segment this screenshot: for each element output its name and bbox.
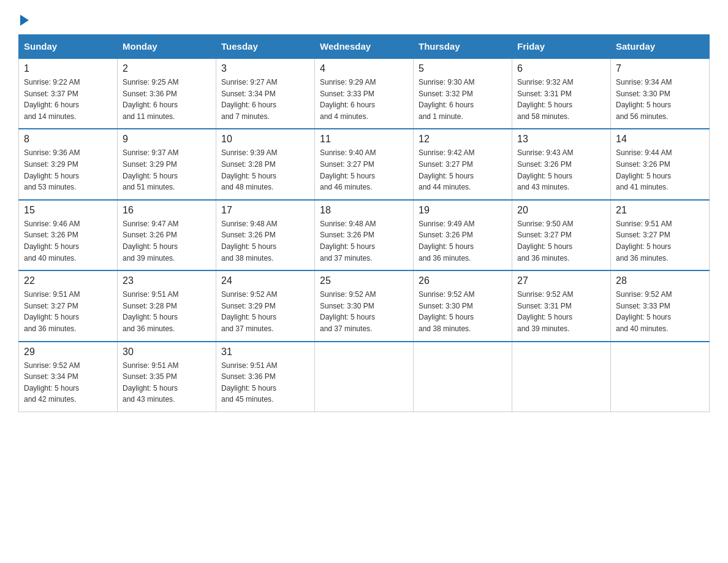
day-info: Sunrise: 9:52 AMSunset: 3:31 PMDaylight:… [517,289,605,334]
day-number: 27 [517,275,605,286]
day-info: Sunrise: 9:52 AMSunset: 3:34 PMDaylight:… [24,360,112,405]
day-cell: 20Sunrise: 9:50 AMSunset: 3:27 PMDayligh… [512,200,611,270]
day-number: 24 [221,275,309,286]
day-cell: 8Sunrise: 9:36 AMSunset: 3:29 PMDaylight… [19,129,118,199]
day-number: 10 [221,134,309,145]
day-info: Sunrise: 9:51 AMSunset: 3:35 PMDaylight:… [123,360,211,405]
day-number: 28 [616,275,704,286]
day-cell: 16Sunrise: 9:47 AMSunset: 3:26 PMDayligh… [118,200,216,270]
day-number: 17 [221,205,309,216]
day-number: 2 [123,63,211,74]
day-cell: 3Sunrise: 9:27 AMSunset: 3:34 PMDaylight… [216,58,315,129]
week-row-1: 1Sunrise: 9:22 AMSunset: 3:37 PMDaylight… [19,58,710,129]
day-info: Sunrise: 9:48 AMSunset: 3:26 PMDaylight:… [221,218,309,264]
day-info: Sunrise: 9:39 AMSunset: 3:28 PMDaylight:… [221,147,309,193]
day-info: Sunrise: 9:44 AMSunset: 3:26 PMDaylight:… [616,147,704,193]
day-number: 12 [419,134,507,145]
day-info: Sunrise: 9:27 AMSunset: 3:34 PMDaylight:… [221,77,309,122]
day-cell: 26Sunrise: 9:52 AMSunset: 3:30 PMDayligh… [414,270,512,341]
day-info: Sunrise: 9:52 AMSunset: 3:33 PMDaylight:… [616,289,704,334]
day-cell [512,342,611,412]
day-number: 4 [320,63,408,74]
day-cell: 7Sunrise: 9:34 AMSunset: 3:30 PMDaylight… [611,58,710,129]
day-info: Sunrise: 9:36 AMSunset: 3:29 PMDaylight:… [24,147,112,193]
day-number: 21 [616,205,704,216]
day-cell [611,342,710,412]
day-info: Sunrise: 9:51 AMSunset: 3:28 PMDaylight:… [123,289,211,334]
day-cell: 25Sunrise: 9:52 AMSunset: 3:30 PMDayligh… [315,270,414,341]
day-cell: 28Sunrise: 9:52 AMSunset: 3:33 PMDayligh… [611,270,710,341]
day-cell: 6Sunrise: 9:32 AMSunset: 3:31 PMDaylight… [512,58,611,129]
day-number: 7 [616,63,704,74]
day-number: 8 [24,134,112,145]
day-info: Sunrise: 9:34 AMSunset: 3:30 PMDaylight:… [616,77,704,122]
day-info: Sunrise: 9:30 AMSunset: 3:32 PMDaylight:… [419,77,507,122]
day-info: Sunrise: 9:51 AMSunset: 3:27 PMDaylight:… [24,289,112,334]
col-header-sunday: Sunday [19,35,118,59]
day-info: Sunrise: 9:51 AMSunset: 3:36 PMDaylight:… [221,360,309,405]
day-number: 11 [320,134,408,145]
day-number: 13 [517,134,605,145]
day-cell: 5Sunrise: 9:30 AMSunset: 3:32 PMDaylight… [414,58,512,129]
day-cell: 14Sunrise: 9:44 AMSunset: 3:26 PMDayligh… [611,129,710,199]
day-cell: 27Sunrise: 9:52 AMSunset: 3:31 PMDayligh… [512,270,611,341]
day-cell: 17Sunrise: 9:48 AMSunset: 3:26 PMDayligh… [216,200,315,270]
day-number: 26 [419,275,507,286]
day-cell: 31Sunrise: 9:51 AMSunset: 3:36 PMDayligh… [216,342,315,412]
day-cell [315,342,414,412]
day-number: 31 [221,347,309,358]
day-number: 20 [517,205,605,216]
day-info: Sunrise: 9:47 AMSunset: 3:26 PMDaylight:… [123,218,211,264]
day-cell: 30Sunrise: 9:51 AMSunset: 3:35 PMDayligh… [118,342,216,412]
day-number: 15 [24,205,112,216]
day-number: 9 [123,134,211,145]
day-cell: 9Sunrise: 9:37 AMSunset: 3:29 PMDaylight… [118,129,216,199]
day-cell: 10Sunrise: 9:39 AMSunset: 3:28 PMDayligh… [216,129,315,199]
day-cell: 4Sunrise: 9:29 AMSunset: 3:33 PMDaylight… [315,58,414,129]
col-header-friday: Friday [512,35,611,59]
col-header-monday: Monday [118,35,216,59]
week-row-2: 8Sunrise: 9:36 AMSunset: 3:29 PMDaylight… [19,129,710,199]
week-row-5: 29Sunrise: 9:52 AMSunset: 3:34 PMDayligh… [19,342,710,412]
day-cell: 1Sunrise: 9:22 AMSunset: 3:37 PMDaylight… [19,58,118,129]
day-number: 3 [221,63,309,74]
day-number: 5 [419,63,507,74]
col-header-saturday: Saturday [611,35,710,59]
day-number: 6 [517,63,605,74]
col-header-wednesday: Wednesday [315,35,414,59]
day-cell: 22Sunrise: 9:51 AMSunset: 3:27 PMDayligh… [19,270,118,341]
logo-triangle-icon [20,15,29,26]
day-info: Sunrise: 9:51 AMSunset: 3:27 PMDaylight:… [616,218,704,264]
day-cell: 13Sunrise: 9:43 AMSunset: 3:26 PMDayligh… [512,129,611,199]
col-header-thursday: Thursday [414,35,512,59]
day-info: Sunrise: 9:52 AMSunset: 3:30 PMDaylight:… [320,289,408,334]
day-info: Sunrise: 9:25 AMSunset: 3:36 PMDaylight:… [123,77,211,122]
day-number: 30 [123,347,211,358]
week-row-3: 15Sunrise: 9:46 AMSunset: 3:26 PMDayligh… [19,200,710,270]
day-cell: 24Sunrise: 9:52 AMSunset: 3:29 PMDayligh… [216,270,315,341]
day-info: Sunrise: 9:49 AMSunset: 3:26 PMDaylight:… [419,218,507,264]
day-info: Sunrise: 9:43 AMSunset: 3:26 PMDaylight:… [517,147,605,193]
day-info: Sunrise: 9:52 AMSunset: 3:29 PMDaylight:… [221,289,309,334]
day-number: 25 [320,275,408,286]
day-cell: 2Sunrise: 9:25 AMSunset: 3:36 PMDaylight… [118,58,216,129]
day-info: Sunrise: 9:29 AMSunset: 3:33 PMDaylight:… [320,77,408,122]
day-cell: 12Sunrise: 9:42 AMSunset: 3:27 PMDayligh… [414,129,512,199]
day-info: Sunrise: 9:32 AMSunset: 3:31 PMDaylight:… [517,77,605,122]
day-number: 16 [123,205,211,216]
day-number: 1 [24,63,112,74]
week-row-4: 22Sunrise: 9:51 AMSunset: 3:27 PMDayligh… [19,270,710,341]
day-number: 14 [616,134,704,145]
day-cell: 19Sunrise: 9:49 AMSunset: 3:26 PMDayligh… [414,200,512,270]
calendar-table: SundayMondayTuesdayWednesdayThursdayFrid… [18,34,710,412]
day-cell: 29Sunrise: 9:52 AMSunset: 3:34 PMDayligh… [19,342,118,412]
day-info: Sunrise: 9:42 AMSunset: 3:27 PMDaylight:… [419,147,507,193]
day-number: 29 [24,347,112,358]
day-cell: 21Sunrise: 9:51 AMSunset: 3:27 PMDayligh… [611,200,710,270]
day-number: 22 [24,275,112,286]
day-info: Sunrise: 9:50 AMSunset: 3:27 PMDaylight:… [517,218,605,264]
logo [18,12,29,23]
day-cell: 15Sunrise: 9:46 AMSunset: 3:26 PMDayligh… [19,200,118,270]
day-number: 19 [419,205,507,216]
day-info: Sunrise: 9:40 AMSunset: 3:27 PMDaylight:… [320,147,408,193]
